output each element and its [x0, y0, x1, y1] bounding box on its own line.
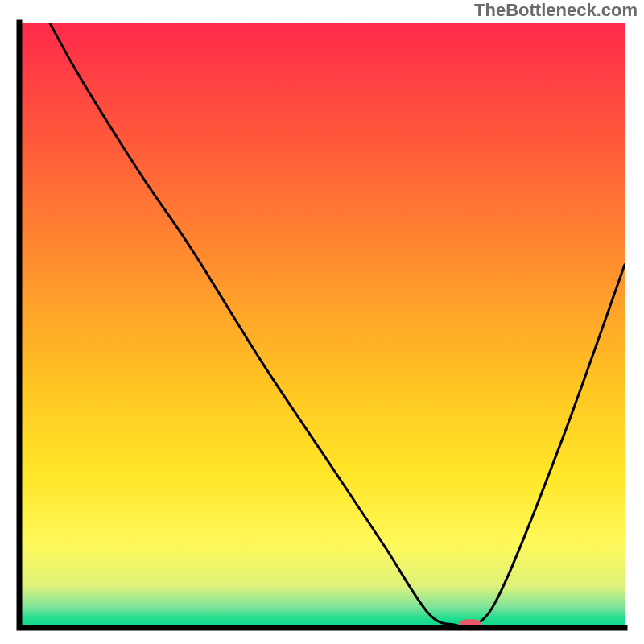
gradient-background	[19, 23, 625, 628]
watermark-text: TheBottleneck.com	[474, 0, 638, 21]
bottleneck-chart	[0, 0, 644, 644]
chart-container: TheBottleneck.com	[0, 0, 644, 644]
